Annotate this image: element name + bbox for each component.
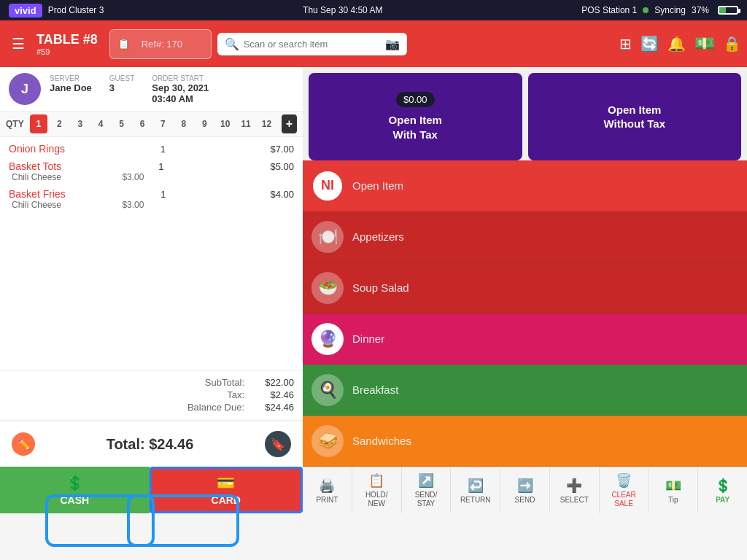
clear-sale-button[interactable]: 🗑️ CLEARSALE	[600, 467, 649, 513]
qty-3[interactable]: 3	[71, 114, 89, 133]
print-label: PRINT	[316, 496, 338, 504]
return-label: RETURN	[460, 496, 491, 504]
bell-icon[interactable]: 🔔	[667, 35, 686, 52]
select-button[interactable]: ➕ SELECT	[550, 467, 600, 513]
camera-icon[interactable]: 📷	[385, 37, 400, 51]
search-icon: 🔍	[225, 37, 239, 51]
battery-icon	[718, 6, 738, 15]
category-icon: NI	[311, 170, 344, 202]
tip-label: Tip	[668, 496, 678, 504]
server-name: Jane Doe	[50, 82, 92, 93]
table-number: TABLE #8	[36, 32, 98, 47]
lock-icon[interactable]: 🔒	[723, 35, 741, 52]
category-appetizers[interactable]: 🍽️ Appetizers	[303, 211, 747, 262]
battery-pct-label: 37%	[692, 5, 709, 15]
menu-button[interactable]: ☰	[6, 32, 31, 55]
return-button[interactable]: ↩️ RETURN	[451, 467, 500, 513]
brand-logo: vivid	[9, 4, 42, 18]
category-label: Soup Salad	[352, 281, 409, 294]
qty-10[interactable]: 10	[216, 114, 233, 133]
category-list: NI Open Item 🍽️ Appetizers 🥗 Soup Salad	[303, 160, 747, 467]
pay-button[interactable]: 💲 PAY	[698, 467, 747, 513]
qty-plus-button[interactable]: +	[282, 114, 297, 133]
search-input[interactable]	[244, 39, 381, 50]
order-item-basket-tots[interactable]: Basket Tots 1 $5.00 Chili Cheese $3.00	[9, 160, 294, 182]
hold-label: HOLD/NEW	[365, 491, 388, 508]
qty-8[interactable]: 8	[175, 114, 193, 133]
hold-new-button[interactable]: 📋 HOLD/NEW	[352, 467, 402, 513]
order-info: J SERVER Jane Doe GUEST 3 ORDER START Se…	[0, 67, 303, 112]
clear-sale-icon: 🗑️	[616, 472, 632, 489]
send-stay-icon: ↗️	[418, 472, 434, 489]
select-icon: ➕	[566, 478, 582, 494]
right-panel: $0.00 Open Item With Tax Open Item Witho…	[303, 67, 747, 513]
cash-register-icon[interactable]: 💵	[694, 34, 714, 53]
cash-icon: 💲	[66, 474, 84, 491]
syncing-label: Syncing	[654, 5, 686, 15]
send-stay-button[interactable]: ↗️ SEND/STAY	[402, 467, 452, 513]
ref-input[interactable]	[134, 34, 207, 54]
total-value: $24.46	[149, 436, 193, 452]
bookmark-button[interactable]: 🔖	[265, 431, 291, 457]
return-icon: ↩️	[468, 478, 484, 494]
order-item-basket-fries[interactable]: Basket Fries 1 $4.00 Chili Cheese $3.00	[9, 188, 294, 210]
category-icon: 🥪	[311, 425, 344, 457]
category-sandwiches[interactable]: 🥪 Sandwiches	[303, 416, 747, 467]
item-name: Onion Rings	[9, 143, 65, 155]
qty-11[interactable]: 11	[237, 114, 255, 133]
qty-4[interactable]: 4	[92, 114, 109, 133]
category-breakfast[interactable]: 🍳 Breakfast	[303, 365, 747, 416]
order-items-list: Onion Rings 1 $7.00 Basket Tots 1 $5.00 …	[0, 137, 303, 370]
qty-2[interactable]: 2	[50, 114, 68, 133]
guest-label: GUEST	[109, 74, 134, 82]
item-qty: 1	[158, 161, 173, 172]
card-label: Open Item Without Tax	[603, 103, 665, 131]
category-soup-salad[interactable]: 🥗 Soup Salad	[303, 262, 747, 314]
edit-button[interactable]: ✏️	[12, 432, 35, 456]
balance-value: $24.46	[250, 402, 294, 413]
server-label: SERVER	[50, 74, 92, 82]
refresh-icon[interactable]: 🔄	[640, 35, 659, 52]
action-bar: 🖨️ PRINT 📋 HOLD/NEW ↗️ SEND/STAY ↩️ RETU…	[303, 467, 747, 513]
open-item-cards: $0.00 Open Item With Tax Open Item Witho…	[303, 67, 747, 160]
category-dinner[interactable]: 🔮 Dinner	[303, 314, 747, 365]
item-name: Basket Fries	[9, 188, 66, 200]
item-qty: 1	[160, 189, 175, 200]
qty-7[interactable]: 7	[154, 114, 171, 133]
category-open-item[interactable]: NI Open Item	[303, 160, 747, 211]
search-box[interactable]: 🔍 📷	[217, 33, 407, 55]
category-icon: 🍳	[311, 374, 344, 406]
print-button[interactable]: 🖨️ PRINT	[303, 467, 352, 513]
order-item-onion-rings[interactable]: Onion Rings 1 $7.00	[9, 143, 294, 155]
qty-12[interactable]: 12	[258, 114, 275, 133]
qty-5[interactable]: 5	[112, 114, 130, 133]
item-name: Basket Tots	[9, 160, 61, 172]
open-item-with-tax-card[interactable]: $0.00 Open Item With Tax	[309, 73, 522, 160]
subtotal-value: $22.00	[250, 377, 294, 388]
item-mod: Chili Cheese $3.00	[9, 200, 294, 210]
table-sub: #59	[36, 47, 98, 56]
syncing-indicator	[643, 7, 649, 13]
card-button[interactable]: 💳 CARD	[150, 467, 303, 513]
qty-6[interactable]: 6	[133, 114, 151, 133]
tax-value: $2.46	[250, 389, 294, 400]
send-button[interactable]: ➡️ SEND	[500, 467, 550, 513]
send-stay-label: SEND/STAY	[415, 491, 438, 508]
qty-9[interactable]: 9	[196, 114, 213, 133]
card-label: Open Item With Tax	[389, 113, 442, 141]
tip-button[interactable]: 💵 Tip	[649, 467, 698, 513]
layers-icon[interactable]: ⊞	[619, 35, 632, 52]
pay-label: PAY	[716, 496, 729, 504]
item-price: $4.00	[270, 189, 294, 200]
category-label: Open Item	[352, 179, 403, 192]
header-icons: ⊞ 🔄 🔔 💵 🔒	[619, 34, 741, 53]
clear-sale-label: CLEARSALE	[611, 491, 635, 508]
order-start-time: 03:40 AM	[152, 93, 209, 104]
order-totals: SubTotal: $22.00 Tax: $2.46 Balance Due:…	[0, 370, 303, 420]
cash-button[interactable]: 💲 CASH	[0, 467, 150, 513]
guest-count: 3	[109, 82, 134, 93]
send-icon: ➡️	[517, 478, 533, 494]
qty-1[interactable]: 1	[30, 114, 47, 133]
open-item-without-tax-card[interactable]: Open Item Without Tax	[528, 73, 742, 160]
total-label: Total:	[107, 436, 145, 452]
